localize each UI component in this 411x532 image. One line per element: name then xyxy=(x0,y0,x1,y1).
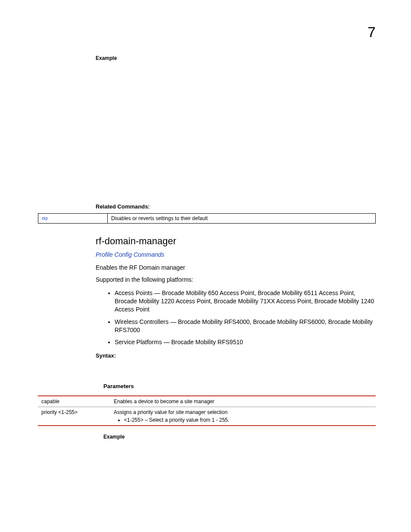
intro-text-2: Supported in the following platforms: xyxy=(96,276,376,283)
param-name: capable xyxy=(38,396,110,407)
param-desc: Enables a device to become a site manage… xyxy=(110,396,376,407)
param-bullet: <1-255> – Select a priority value from 1… xyxy=(124,417,372,423)
related-commands-table: no Disables or reverts settings to their… xyxy=(38,213,376,224)
param-desc-text: Assigns a priority value for site manage… xyxy=(114,409,227,415)
table-row: capable Enables a device to become a sit… xyxy=(38,396,376,407)
example-heading-bottom: Example xyxy=(103,434,376,440)
param-name: priority <1-255> xyxy=(38,407,110,426)
command-heading: rf-domain-manager xyxy=(96,236,376,247)
intro-text-1: Enables the RF Domain manager xyxy=(96,264,376,271)
example-heading-top: Example xyxy=(96,55,376,61)
table-row: priority <1-255> Assigns a priority valu… xyxy=(38,407,376,426)
syntax-heading: Syntax: xyxy=(96,352,376,359)
parameters-table: capable Enables a device to become a sit… xyxy=(38,395,376,426)
related-cmd-name[interactable]: no xyxy=(38,214,108,224)
parameters-heading: Parameters xyxy=(103,383,376,389)
list-item: Wireless Controllers — Brocade Mobility … xyxy=(115,318,376,334)
platform-list: Access Points — Brocade Mobility 650 Acc… xyxy=(107,289,376,346)
related-cmd-desc: Disables or reverts settings to their de… xyxy=(108,214,376,224)
list-item: Service Platforms — Brocade Mobility RFS… xyxy=(115,338,376,346)
list-item: Access Points — Brocade Mobility 650 Acc… xyxy=(115,289,376,314)
page-number: 7 xyxy=(38,24,376,40)
profile-config-link[interactable]: Profile Config Commands xyxy=(96,251,376,258)
related-commands-heading: Related Commands: xyxy=(96,203,376,210)
param-desc: Assigns a priority value for site manage… xyxy=(110,407,376,426)
table-row: no Disables or reverts settings to their… xyxy=(38,214,376,224)
